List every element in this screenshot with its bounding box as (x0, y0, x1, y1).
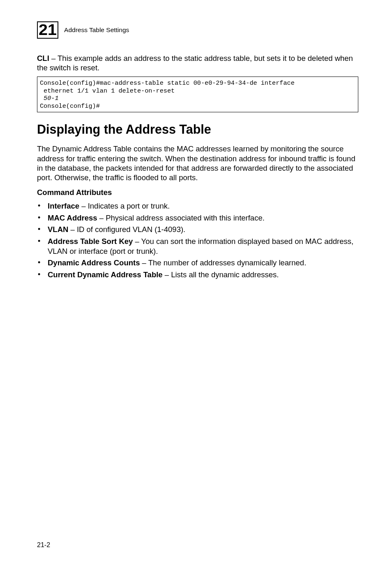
page-header: 21 Address Table Settings (37, 21, 358, 39)
page-number: 21-2 (37, 541, 50, 549)
list-item: Address Table Sort Key – You can sort th… (37, 237, 358, 256)
code-block: Console(config)#mac-address-table static… (37, 77, 358, 112)
section-heading: Displaying the Address Table (37, 122, 358, 137)
intro-paragraph: CLI – This example adds an address to th… (37, 53, 358, 72)
list-item: MAC Address – Physical address associate… (37, 213, 358, 223)
code-line-ref: 50-1 (40, 95, 59, 102)
chapter-number-box: 21 (37, 21, 58, 39)
list-item: VLAN – ID of configured VLAN (1-4093). (37, 225, 358, 234)
section-paragraph: The Dynamic Address Table contains the M… (37, 144, 358, 182)
list-item: Interface – Indicates a port or trunk. (37, 201, 358, 211)
command-attributes-heading: Command Attributes (37, 188, 358, 197)
code-line: Console(config)# (40, 102, 100, 110)
attribute-list: Interface – Indicates a port or trunk. M… (37, 201, 358, 280)
chapter-number: 21 (39, 23, 57, 37)
header-title: Address Table Settings (64, 26, 129, 34)
code-line: ethernet 1/1 vlan 1 delete-on-reset (40, 87, 175, 95)
code-line: Console(config)#mac-address-table static… (40, 79, 295, 87)
list-item: Current Dynamic Address Table – Lists al… (37, 270, 358, 280)
list-item: Dynamic Address Counts – The number of a… (37, 258, 358, 268)
